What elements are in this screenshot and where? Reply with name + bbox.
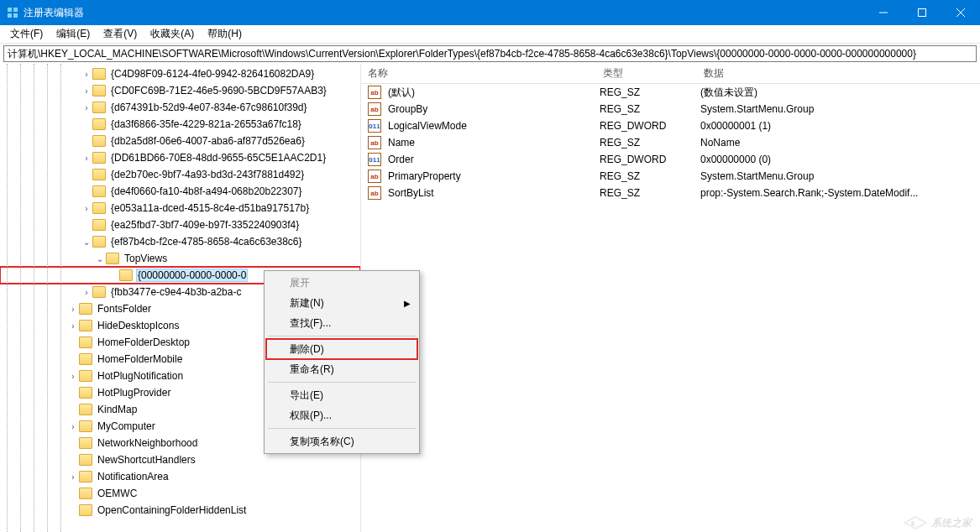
cell-data: NoName: [697, 137, 980, 149]
list-row[interactable]: 011OrderREG_DWORD0x00000000 (0): [361, 151, 980, 168]
list-row[interactable]: abNameREG_SZNoName: [361, 134, 980, 151]
list-row[interactable]: abGroupByREG_SZSystem.StartMenu.Group: [361, 101, 980, 117]
menu-separator: [268, 428, 416, 429]
tree-node[interactable]: {ea25fbd7-3bf7-409e-b97f-3352240903f4}: [0, 216, 360, 233]
list-pane[interactable]: 名称 类型 数据 ab(默认)REG_SZ(数值未设置)abGroupByREG…: [361, 64, 980, 532]
expander-icon[interactable]: ›: [81, 86, 92, 96]
folder-icon: [79, 471, 92, 482]
list-row[interactable]: ab(默认)REG_SZ(数值未设置): [361, 84, 980, 101]
expander-icon[interactable]: ›: [81, 154, 92, 163]
tree-node[interactable]: ›{C4D98F09-6124-4fe0-9942-826416082DA9}: [0, 65, 360, 82]
content-area: ›{C4D98F09-6124-4fe0-9942-826416082DA9}›…: [0, 64, 980, 532]
menu-help[interactable]: 帮助(H): [201, 25, 249, 43]
tree-node-label: {fbb3477e-c9e4-4b3b-a2ba-c: [109, 286, 243, 298]
folder-icon: [92, 286, 106, 298]
tree-node-label: {da3f6866-35fe-4229-821a-26553a67fc18}: [109, 118, 303, 130]
col-name[interactable]: 名称: [361, 66, 596, 81]
cell-data: 0x00000001 (1): [697, 120, 980, 132]
cell-name: SortByList: [385, 187, 596, 199]
expander-icon[interactable]: ›: [67, 321, 79, 331]
folder-icon: [79, 353, 92, 365]
cell-type: REG_DWORD: [596, 120, 697, 132]
maximize-button[interactable]: [903, 0, 941, 25]
address-input[interactable]: 计算机\HKEY_LOCAL_MACHINE\SOFTWARE\Microsof…: [3, 45, 977, 62]
menu-file[interactable]: 文件(F): [3, 25, 50, 43]
list-row[interactable]: abPrimaryPropertyREG_SZSystem.StartMenu.…: [361, 168, 980, 185]
tree-node[interactable]: ›{CD0FC69B-71E2-46e5-9690-5BCD9F57AAB3}: [0, 82, 360, 99]
expander-icon[interactable]: ›: [67, 422, 79, 431]
list-row[interactable]: abSortByListREG_SZprop:-System.Search.Ra…: [361, 185, 980, 201]
folder-icon: [106, 253, 119, 264]
cell-data: System.StartMenu.Group: [697, 103, 980, 115]
expander-icon[interactable]: ›: [67, 472, 79, 482]
context-menu-item[interactable]: 导出(E): [266, 385, 417, 405]
expander-icon[interactable]: ⌄: [81, 237, 92, 247]
tree-node[interactable]: ⌄{ef87b4cb-f2ce-4785-8658-4ca6c63e38c6}: [0, 233, 360, 250]
menu-separator: [268, 382, 416, 383]
tree-node[interactable]: {de4f0660-fa10-4b8f-a494-068b20b22307}: [0, 183, 360, 200]
tree-node[interactable]: ›{d674391b-52d9-4e07-834e-67c98610f39d}: [0, 99, 360, 116]
tree-node-label: {DD61BD66-70E8-48dd-9655-65C5E1AAC2D1}: [109, 152, 328, 164]
context-menu-item[interactable]: 新建(N)▶: [266, 293, 417, 313]
cell-type: REG_SZ: [596, 137, 697, 149]
cell-name: PrimaryProperty: [385, 170, 596, 182]
address-path: 计算机\HKEY_LOCAL_MACHINE\SOFTWARE\Microsof…: [8, 47, 916, 61]
tree-node[interactable]: ⌄TopViews: [0, 250, 360, 267]
tree-node-label: {e053a11a-dced-4515-8c4e-d51ba917517b}: [109, 202, 311, 214]
tree-node[interactable]: NewShortcutHandlers: [0, 451, 360, 468]
expander-icon[interactable]: ›: [67, 305, 79, 314]
window-title: 注册表编辑器: [24, 6, 864, 20]
tree-node[interactable]: ›NotificationArea: [0, 468, 360, 485]
tree-node-label: {CD0FC69B-71E2-46e5-9690-5BCD9F57AAB3}: [109, 85, 328, 96]
context-menu-item[interactable]: 权限(P)...: [266, 405, 417, 425]
tree-node-label: HotPlugProvider: [96, 387, 172, 399]
tree-node[interactable]: OEMWC: [0, 485, 360, 502]
tree-node-label: NetworkNeighborhood: [96, 437, 199, 449]
minimize-button[interactable]: [864, 0, 903, 25]
folder-icon: [92, 152, 106, 164]
tree-node-label: OEMWC: [96, 488, 139, 499]
context-menu-item[interactable]: 删除(D): [266, 339, 417, 359]
close-button[interactable]: [941, 0, 980, 25]
menu-edit[interactable]: 编辑(E): [50, 25, 97, 43]
folder-icon: [92, 219, 106, 231]
context-menu-label: 重命名(R): [290, 362, 334, 377]
tree-node[interactable]: OpenContainingFolderHiddenList: [0, 502, 360, 519]
menu-view[interactable]: 查看(V): [97, 25, 144, 43]
svg-rect-3: [13, 13, 18, 18]
expander-icon[interactable]: ›: [67, 372, 79, 381]
expander-icon[interactable]: ›: [81, 70, 92, 79]
menu-favorites[interactable]: 收藏夹(A): [144, 25, 201, 43]
folder-icon: [79, 488, 92, 499]
context-menu-item[interactable]: 重命名(R): [266, 359, 417, 379]
tree-node-label: KindMap: [96, 404, 139, 415]
col-data[interactable]: 数据: [697, 66, 980, 81]
context-menu-item[interactable]: 复制项名称(C): [266, 431, 417, 451]
tree-node[interactable]: {da3f6866-35fe-4229-821a-26553a67fc18}: [0, 116, 360, 133]
context-menu-label: 权限(P)...: [290, 409, 332, 423]
cell-name: GroupBy: [385, 103, 596, 115]
tree-node[interactable]: {db2a5d8f-06e6-4007-aba6-af877d526ea6}: [0, 133, 360, 149]
tree-node-label: OpenContainingFolderHiddenList: [96, 504, 248, 516]
cell-type: REG_SZ: [596, 86, 697, 98]
tree-node[interactable]: {de2b70ec-9bf7-4a93-bd3d-243f7881d492}: [0, 166, 360, 183]
expander-icon[interactable]: ›: [81, 288, 92, 297]
folder-icon: [79, 404, 92, 415]
context-menu-label: 展开: [290, 276, 310, 290]
context-menu: 展开新建(N)▶查找(F)...删除(D)重命名(R)导出(E)权限(P)...…: [264, 270, 420, 454]
expander-icon[interactable]: ›: [81, 103, 92, 112]
col-type[interactable]: 类型: [596, 66, 697, 81]
reg-string-icon: ab: [368, 136, 381, 149]
tree-node-label: {ea25fbd7-3bf7-409e-b97f-3352240903f4}: [109, 219, 301, 231]
tree-node[interactable]: ›{DD61BD66-70E8-48dd-9655-65C5E1AAC2D1}: [0, 149, 360, 166]
tree-node-label: TopViews: [123, 253, 169, 264]
tree-node[interactable]: ›{e053a11a-dced-4515-8c4e-d51ba917517b}: [0, 200, 360, 216]
svg-rect-1: [13, 8, 18, 12]
context-menu-item[interactable]: 查找(F)...: [266, 313, 417, 333]
tree-node-label: NewShortcutHandlers: [96, 454, 197, 466]
list-row[interactable]: 011LogicalViewModeREG_DWORD0x00000001 (1…: [361, 117, 980, 134]
folder-icon: [92, 202, 106, 214]
expander-icon[interactable]: ⌄: [94, 254, 106, 263]
expander-icon[interactable]: ›: [81, 204, 92, 213]
cell-name: LogicalViewMode: [385, 120, 596, 132]
